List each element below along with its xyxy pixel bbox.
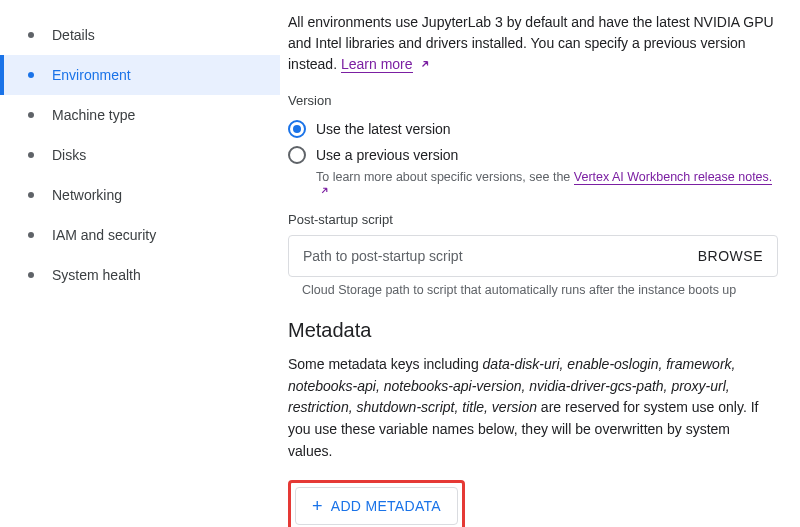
add-metadata-button[interactable]: + ADD METADATA [295, 487, 458, 525]
sidebar-item-networking[interactable]: Networking [0, 175, 280, 215]
sidebar-item-iam-and-security[interactable]: IAM and security [0, 215, 280, 255]
sidebar-item-details[interactable]: Details [0, 15, 280, 55]
bullet-icon [28, 232, 34, 238]
version-help-text: To learn more about specific versions, s… [316, 170, 778, 198]
sidebar: Details Environment Machine type Disks N… [0, 0, 280, 527]
browse-button[interactable]: BROWSE [698, 248, 763, 264]
sidebar-item-label: Networking [52, 187, 122, 203]
sidebar-item-label: Details [52, 27, 95, 43]
post-startup-help: Cloud Storage path to script that automa… [302, 283, 778, 297]
sidebar-item-system-health[interactable]: System health [0, 255, 280, 295]
bullet-icon [28, 152, 34, 158]
external-link-icon [319, 185, 330, 196]
post-startup-input-row: BROWSE [288, 235, 778, 277]
bullet-icon [28, 112, 34, 118]
sidebar-item-label: Environment [52, 67, 131, 83]
radio-icon [288, 146, 306, 164]
bullet-icon [28, 192, 34, 198]
radio-label: Use a previous version [316, 147, 458, 163]
radio-previous-version[interactable]: Use a previous version [288, 142, 778, 168]
post-startup-script-input[interactable] [303, 248, 698, 264]
sidebar-item-label: Machine type [52, 107, 135, 123]
release-notes-link[interactable]: Vertex AI Workbench release notes. [574, 170, 773, 185]
bullet-icon [28, 32, 34, 38]
learn-more-link[interactable]: Learn more [341, 56, 413, 73]
external-link-icon [419, 58, 431, 70]
add-metadata-highlight: + ADD METADATA [288, 480, 465, 527]
bullet-icon [28, 272, 34, 278]
bullet-icon [28, 72, 34, 78]
sidebar-item-label: IAM and security [52, 227, 156, 243]
plus-icon: + [312, 497, 323, 515]
sidebar-item-label: Disks [52, 147, 86, 163]
post-startup-label: Post-startup script [288, 212, 778, 227]
radio-latest-version[interactable]: Use the latest version [288, 116, 778, 142]
main-content: All environments use JupyterLab 3 by def… [280, 0, 800, 527]
metadata-heading: Metadata [288, 319, 778, 342]
metadata-description: Some metadata keys including data-disk-u… [288, 354, 778, 462]
sidebar-item-machine-type[interactable]: Machine type [0, 95, 280, 135]
sidebar-item-environment[interactable]: Environment [0, 55, 280, 95]
sidebar-item-label: System health [52, 267, 141, 283]
sidebar-item-disks[interactable]: Disks [0, 135, 280, 175]
radio-icon [288, 120, 306, 138]
radio-label: Use the latest version [316, 121, 451, 137]
version-label: Version [288, 93, 778, 108]
version-radio-group: Use the latest version Use a previous ve… [288, 116, 778, 198]
intro-text: All environments use JupyterLab 3 by def… [288, 12, 778, 75]
